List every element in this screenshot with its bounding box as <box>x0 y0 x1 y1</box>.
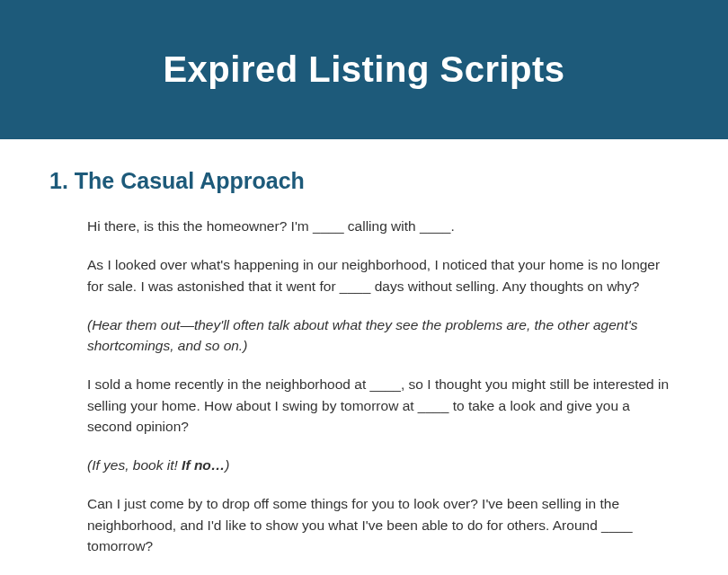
paragraph-aside-listen: (Hear them out—they'll often talk about … <box>87 314 679 357</box>
paragraph-observation: As I looked over what's happening in our… <box>87 254 679 296</box>
script-body: Hi there, is this the homeowner? I'm ___… <box>49 216 679 556</box>
paragraph-fallback: Can I just come by to drop off some thin… <box>87 493 679 556</box>
document-header: Expired Listing Scripts <box>0 0 728 139</box>
aside-prefix: (If yes, book it! <box>87 457 182 473</box>
paragraph-pitch: I sold a home recently in the neighborho… <box>87 374 679 437</box>
paragraph-aside-branch: (If yes, book it! If no…) <box>87 455 679 475</box>
page-title: Expired Listing Scripts <box>163 49 564 90</box>
section-heading: 1. The Casual Approach <box>49 168 679 194</box>
paragraph-intro: Hi there, is this the homeowner? I'm ___… <box>87 216 679 236</box>
aside-bold: If no… <box>182 457 225 473</box>
aside-suffix: ) <box>225 457 229 473</box>
document-content: 1. The Casual Approach Hi there, is this… <box>0 139 728 556</box>
section-number: 1. <box>49 168 68 193</box>
section-title-text: The Casual Approach <box>75 168 305 193</box>
